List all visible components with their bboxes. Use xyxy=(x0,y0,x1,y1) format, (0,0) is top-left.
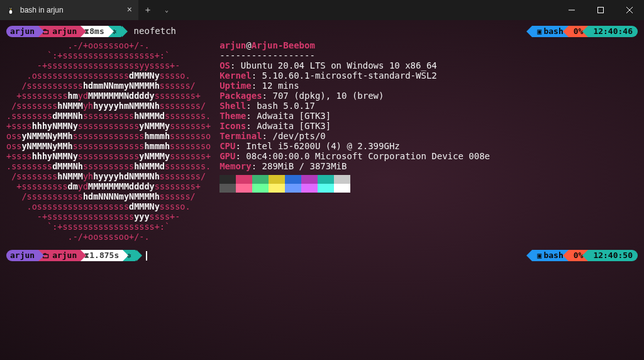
info-row: Uptime: 12 mins xyxy=(219,81,490,91)
tux-icon xyxy=(6,6,15,14)
color-swatch xyxy=(301,184,318,193)
clock-badge: 12:40:50 xyxy=(588,250,638,261)
right-status-1: ▣bash 0% 12:40:46 xyxy=(526,26,638,37)
info-row: Terminal: /dev/pts/0 xyxy=(219,131,490,141)
cursor xyxy=(146,251,147,261)
tab-active[interactable]: bash in arjun × xyxy=(0,0,138,20)
new-tab-button[interactable]: ＋ xyxy=(138,0,157,20)
tab-title: bash in arjun xyxy=(20,6,64,15)
color-swatches-light xyxy=(219,184,490,193)
neofetch-output: .-/+oossssoo+/-. `:+ssssssssssssssssss+:… xyxy=(6,40,638,242)
info-row: Packages: 707 (dpkg), 10 (brew) xyxy=(219,91,490,101)
info-row: Theme: Adwaita [GTK3] xyxy=(219,111,490,121)
maximize-button[interactable] xyxy=(586,0,615,20)
info-row: GPU: 08c4:00:00.0 Microsoft Corporation … xyxy=(219,151,490,161)
color-swatch xyxy=(219,184,236,193)
color-swatch xyxy=(318,175,334,184)
prompt-user-seg: arjun xyxy=(6,26,38,37)
color-swatches-dark xyxy=(219,175,490,184)
command-text: neofetch xyxy=(134,26,176,37)
close-button[interactable] xyxy=(615,0,644,20)
minimize-button[interactable] xyxy=(557,0,586,20)
svg-point-2 xyxy=(9,10,13,14)
info-row: CPU: Intel i5-6200U (4) @ 2.399GHz xyxy=(219,141,490,151)
color-swatch xyxy=(219,175,236,184)
prompt-path-seg: 🗀arjun xyxy=(38,26,80,37)
color-swatch xyxy=(318,184,334,193)
color-swatch xyxy=(334,184,350,193)
svg-point-3 xyxy=(9,8,10,9)
color-swatch xyxy=(269,175,285,184)
prompt-path-seg: 🗀arjun xyxy=(38,250,80,261)
titlebar: bash in arjun × ＋ ⌄ xyxy=(0,0,644,20)
terminal-icon: ▣ xyxy=(537,27,541,37)
prompt-line-1: arjun 🗀arjun ⧗8ms ✲ neofetch ▣bash 0% 12… xyxy=(6,25,638,38)
prompt-duration-seg: ⧗1.875s xyxy=(80,250,123,261)
right-status-2: ▣bash 0% 12:40:50 xyxy=(526,250,638,261)
color-swatch xyxy=(252,184,269,193)
color-swatch xyxy=(269,184,285,193)
color-swatch xyxy=(334,175,350,184)
info-row: Kernel: 5.10.60.1-microsoft-standard-WSL… xyxy=(219,70,490,81)
svg-rect-6 xyxy=(598,8,604,13)
info-row: Memory: 289MiB / 3873MiB xyxy=(219,161,490,171)
terminal-icon: ▣ xyxy=(537,251,541,261)
color-swatch xyxy=(252,175,269,184)
svg-point-4 xyxy=(11,8,12,9)
color-swatch xyxy=(236,175,252,184)
terminal-area[interactable]: arjun 🗀arjun ⧗8ms ✲ neofetch ▣bash 0% 12… xyxy=(0,20,644,262)
tab-close-icon[interactable]: × xyxy=(127,4,132,16)
info-row: OS: Ubuntu 20.04 LTS on Windows 10 x86_6… xyxy=(219,60,490,70)
color-swatch xyxy=(301,175,318,184)
info-row: Shell: bash 5.0.17 xyxy=(219,101,490,111)
color-swatch xyxy=(236,184,252,193)
info-row: Icons: Adwaita [GTK3] xyxy=(219,121,490,131)
clock-badge: 12:40:46 xyxy=(588,26,638,37)
color-swatch xyxy=(285,175,301,184)
tab-dropdown-button[interactable]: ⌄ xyxy=(157,0,176,20)
prompt-line-2: arjun 🗀arjun ⧗1.875s ✲ ▣bash 0% 12:40:50 xyxy=(6,249,638,262)
color-swatch xyxy=(285,184,301,193)
prompt-user-seg: arjun xyxy=(6,250,38,261)
system-info: arjun@Arjun-Beebom ------------------ OS… xyxy=(219,40,490,242)
ascii-logo: .-/+oossssoo+/-. `:+ssssssssssssssssss+:… xyxy=(6,40,211,242)
